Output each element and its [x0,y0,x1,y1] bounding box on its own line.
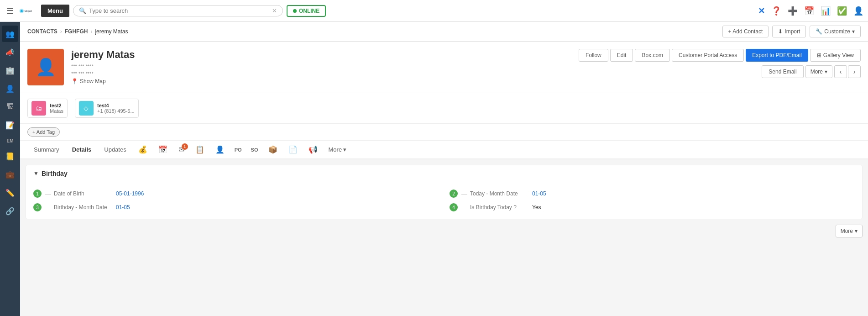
sidebar-item-buildings[interactable]: 🏗 [2,99,18,115]
search-clear-icon[interactable]: ✕ [272,7,277,14]
breadcrumb-actions: + Add Contact ⬇ Import 🔧 Customize ▾ [722,26,861,37]
related-name-test2: test2 [50,103,63,108]
tab-so[interactable]: SO [246,142,263,157]
sidebar-item-em[interactable]: EM [2,135,18,146]
sidebar-item-people[interactable]: 👤 [2,80,18,97]
sidebar-item-notes[interactable]: 📝 [2,117,18,133]
sidebar-item-contacts2[interactable]: 📒 [2,148,18,164]
customer-portal-access-button[interactable]: Customer Portal Access [672,49,744,62]
import-button[interactable]: ⬇ Import [772,26,806,37]
related-icon-test2: 🗂 [31,101,46,116]
section-toggle-birthday[interactable]: ▼ [33,170,39,177]
customize-button[interactable]: 🔧 Customize ▾ [810,26,861,37]
tab-contacts2[interactable]: 👤 [210,141,230,158]
chevron-down-icon: ▾ [855,228,858,234]
search-input[interactable] [89,7,269,14]
x-icon[interactable]: ✕ [758,6,765,16]
field-row-bday-month: 3 — Birthday - Month Date 01-05 [33,203,439,211]
add-contact-button[interactable]: + Add Contact [722,26,769,37]
field-value-is-bday: Yes [532,204,541,211]
online-dot [293,9,297,13]
help-icon[interactable]: ❓ [771,6,781,16]
sidebar-item-integrations[interactable]: 🔗 [2,203,18,219]
tab-summary[interactable]: Summary [27,141,66,159]
contact-info: jeremy Matas ••• ••• •••• ••• ••• •••• 📍… [71,49,571,84]
gallery-icon: ⊞ [817,52,821,58]
map-pin-icon: 📍 [71,78,78,84]
svg-text:vtiger: vtiger [24,9,32,12]
sidebar-item-announcements[interactable]: 📣 [2,44,18,60]
chart-icon[interactable]: 📊 [821,6,831,16]
field-num-1: 1 [33,190,42,198]
gallery-view-button[interactable]: ⊞ Gallery View [810,49,861,62]
email-badge: 1 [182,143,188,150]
birthday-section: ▼ Birthday 1 — Date of Birth 05-01-1996 [26,165,863,219]
field-row-today-month: 2 — Today - Month Date 01-05 [450,190,855,198]
tab-docs[interactable]: 📄 [283,141,303,158]
field-value-bday-month[interactable]: 01-05 [116,204,130,211]
field-label-today-month: Today - Month Date [470,190,529,197]
more-button[interactable]: More ▾ [805,65,832,78]
chevron-down-icon: ▾ [343,146,346,153]
follow-button[interactable]: Follow [579,49,608,62]
edit-button[interactable]: Edit [610,49,633,62]
tab-quotes[interactable]: 📋 [190,141,210,158]
tab-products[interactable]: 📦 [263,141,283,158]
tabs-bar: Summary Details Updates 💰 📅 ✉ 1 📋 👤 PO S… [20,141,868,159]
export-pdf-button[interactable]: Export to PDF/Email [746,49,808,62]
main-content: CONTACTS › fghfgh › jeremy Matas + Add C… [20,22,868,316]
related-bar: 🗂 test2 Matas ◇ test4 +1 (818) 495-5... [20,93,868,124]
tab-more[interactable]: More ▾ [323,142,352,158]
calendar-icon[interactable]: 📅 [804,6,814,16]
tab-deals[interactable]: 💰 [133,141,153,158]
related-name-test4: test4 [97,103,135,108]
sidebar-item-organizations[interactable]: 🏢 [2,62,18,79]
sidebar-item-contacts[interactable]: 👥 [2,26,18,42]
chevron-down-icon: ▾ [852,28,855,35]
contact-header: 👤 jeremy Matas ••• ••• •••• ••• ••• ••••… [20,42,868,93]
field-row-dob: 1 — Date of Birth 05-01-1996 [33,190,439,198]
related-item-test4[interactable]: ◇ test4 +1 (818) 495-5... [75,99,139,118]
field-value-dob[interactable]: 05-01-1996 [116,190,144,197]
sidebar-item-cases[interactable]: 💼 [2,166,18,183]
section-body-birthday: 1 — Date of Birth 05-01-1996 2 — Today -… [26,182,862,219]
menu-button[interactable]: Menu [41,5,69,17]
sidebar-item-edit[interactable]: ✏️ [2,184,18,201]
prev-button[interactable]: ‹ [834,65,847,78]
add-icon[interactable]: ➕ [788,6,798,16]
hamburger-button[interactable]: ☰ [5,4,16,18]
field-label-dob: Date of Birth [54,190,113,197]
send-email-button[interactable]: Send Email [762,65,803,78]
tab-details[interactable]: Details [66,141,98,159]
tab-email[interactable]: ✉ 1 [173,141,190,158]
action-buttons: Follow Edit Box.com Customer Portal Acce… [579,49,861,78]
related-sub-test4: +1 (818) 495-5... [97,108,135,114]
top-navigation: ☰ vtiger Menu 🔍 ✕ ONLINE ✕ ❓ ➕ 📅 📊 ✅ 👤 [0,0,868,22]
more-bottom-button[interactable]: More ▾ [836,225,863,237]
boxcom-button[interactable]: Box.com [635,49,670,62]
tasks-icon[interactable]: ✅ [837,6,847,16]
show-map-link[interactable]: 📍 Show Map [71,78,571,84]
tab-campaigns[interactable]: 📢 [303,141,323,158]
tab-updates[interactable]: Updates [98,141,132,159]
avatar-icon: 👤 [36,58,56,77]
tab-po[interactable]: PO [230,142,246,157]
tab-calendar[interactable]: 📅 [153,141,173,158]
related-item-test2[interactable]: 🗂 test2 Matas [27,99,68,118]
breadcrumb-parent[interactable]: fghfgh [65,28,88,35]
field-row-is-bday: 4 — Is Birthday Today ? Yes [450,203,855,211]
vtiger-logo-icon: vtiger [19,3,36,19]
contact-name: jeremy Matas [71,49,571,61]
field-value-today-month[interactable]: 01-05 [532,190,546,197]
next-button[interactable]: › [848,65,861,78]
more-section-bottom: More ▾ [26,225,863,237]
section-title-birthday: Birthday [42,170,68,177]
online-status-button[interactable]: ONLINE [287,5,326,17]
breadcrumb-contacts[interactable]: CONTACTS [27,28,58,35]
user-icon[interactable]: 👤 [853,6,863,16]
related-sub-test2: Matas [50,108,63,114]
field-num-4: 4 [450,203,458,211]
search-bar: 🔍 ✕ [73,5,283,16]
online-label: ONLINE [299,8,319,14]
add-tag-button[interactable]: + Add Tag [27,127,60,137]
